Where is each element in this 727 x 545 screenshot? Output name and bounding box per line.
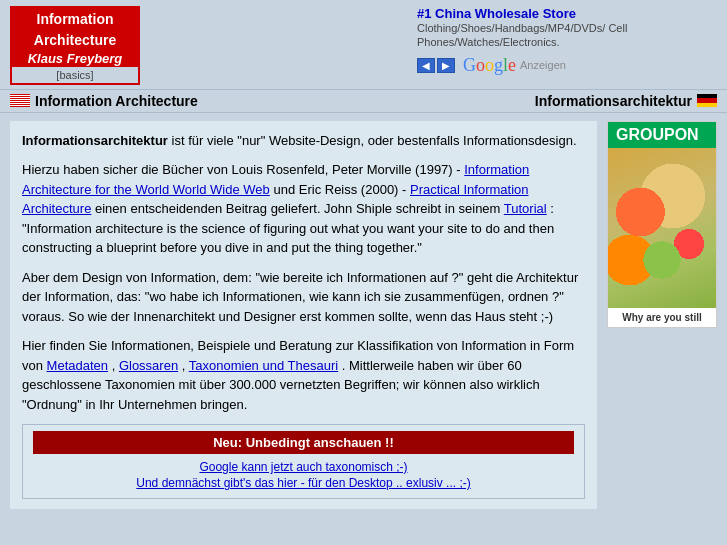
link-glossaren[interactable]: Glossaren <box>119 358 178 373</box>
logo-line4: [basics] <box>12 67 138 83</box>
google-branding: Google Anzeigen <box>463 55 566 76</box>
promo-link2[interactable]: Und demnächst gibt's das hier - für den … <box>33 476 574 490</box>
promo-links: Google kann jetzt auch taxonomisch ;-) U… <box>33 460 574 490</box>
link-metadaten[interactable]: Metadaten <box>47 358 108 373</box>
groupon-image <box>608 148 716 308</box>
ad-title[interactable]: #1 China Wholesale Store <box>417 6 717 21</box>
para2-start: Hierzu haben sicher die Bücher von Louis… <box>22 162 464 177</box>
ad-text: Clothing/Shoes/Handbags/MP4/DVDs/ Cell P… <box>417 21 717 50</box>
flag-de-icon <box>697 94 717 107</box>
groupon-footer: Why are you still <box>608 308 716 327</box>
link-tutorial[interactable]: Tutorial <box>504 201 547 216</box>
para2-mid: und Eric Reiss (2000) - <box>273 182 410 197</box>
promo-header: Neu: Unbedingt anschauen !! <box>33 431 574 454</box>
para2-end: einen entscheidenden Beitrag geliefert. … <box>95 201 504 216</box>
logo-line1: Information <box>12 8 138 29</box>
nav-left-title[interactable]: Information Architecture <box>35 93 198 109</box>
promo-link1[interactable]: Google kann jetzt auch taxonomisch ;-) <box>33 460 574 474</box>
main-container: Informationsarchitektur ist für viele "n… <box>0 113 727 518</box>
promo-box: Neu: Unbedingt anschauen !! Google kann … <box>22 424 585 499</box>
paragraph1: Informationsarchitektur ist für viele "n… <box>22 131 585 151</box>
nav-right: Informationsarchitektur <box>535 93 717 109</box>
groupon-header: GROUPON <box>608 122 716 148</box>
content-right: GROUPON Why are you still <box>607 121 717 510</box>
prev-arrow[interactable]: ◀ <box>417 58 435 73</box>
ad-nav-arrows: ◀ ▶ <box>417 58 455 73</box>
header: Information Architecture Klaus Freyberg … <box>0 0 727 89</box>
flag-us-icon <box>10 94 30 107</box>
link-taxonomien[interactable]: Taxonomien und Thesauri <box>189 358 338 373</box>
logo-box: Information Architecture Klaus Freyberg … <box>10 6 140 85</box>
logo-line2: Architecture <box>12 29 138 50</box>
nav-left: Information Architecture <box>10 93 198 109</box>
groupon-ad[interactable]: GROUPON Why are you still <box>607 121 717 328</box>
ad-box: #1 China Wholesale Store Clothing/Shoes/… <box>417 6 717 76</box>
next-arrow[interactable]: ▶ <box>437 58 455 73</box>
para4-mid1: , <box>112 358 119 373</box>
navbar: Information Architecture Informationsarc… <box>0 89 727 113</box>
paragraph1-text: ist für viele "nur" Website-Design, oder… <box>172 133 577 148</box>
food-visual <box>608 148 716 308</box>
paragraph3: Aber dem Design von Information, dem: "w… <box>22 268 585 327</box>
nav-right-title[interactable]: Informationsarchitektur <box>535 93 692 109</box>
paragraph2: Hierzu haben sicher die Bücher von Louis… <box>22 160 585 258</box>
bold-term: Informationsarchitektur <box>22 133 168 148</box>
anzeigen-label: Anzeigen <box>520 59 566 71</box>
paragraph4: Hier finden Sie Informationen, Beispiele… <box>22 336 585 414</box>
logo-line3: Klaus Freyberg <box>12 50 138 67</box>
para4-mid2: , <box>182 358 189 373</box>
google-logo: Google <box>463 55 516 76</box>
content-left: Informationsarchitektur ist für viele "n… <box>10 121 597 510</box>
